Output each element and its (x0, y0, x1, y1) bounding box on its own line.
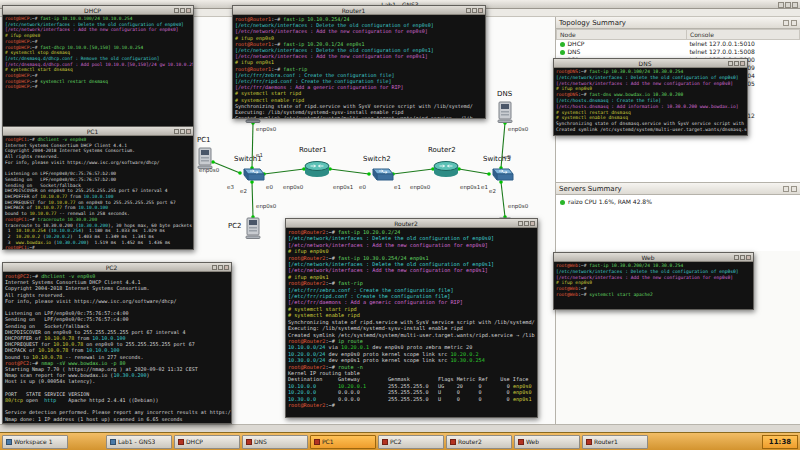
minimize-button[interactable] (778, 2, 784, 8)
taskbar-task-pc2[interactable]: PC2 (378, 435, 444, 449)
close-panel-icon[interactable] (791, 20, 797, 26)
terminal-titlebar[interactable]: Web (554, 253, 753, 262)
taskbar-task-pc1[interactable]: PC1 (310, 435, 376, 449)
topology-row-dhcp[interactable]: DHCPtelnet 127.0.0.1:5010 (557, 40, 800, 48)
taskbar: Workspace 1 Lab1 - GNS3DHCPDNSPC1PC2Rout… (0, 432, 800, 450)
minimize-button[interactable] (734, 255, 739, 260)
minimize-button[interactable] (174, 8, 179, 13)
topology-summary-title: Topology Summary (559, 19, 626, 27)
task-label: PC2 (390, 438, 402, 445)
workspace-button[interactable]: Workspace 1 (2, 435, 68, 449)
column-header-node[interactable]: Node (557, 30, 687, 40)
taskbar-task-router2[interactable]: Router2 (446, 435, 512, 449)
terminal-app-icon (586, 439, 592, 445)
window-buttons (734, 255, 751, 260)
float-panel-icon[interactable] (783, 20, 789, 26)
maximize-button[interactable] (734, 61, 739, 66)
terminal-window-pc2[interactable]: PC2root@PC2:~# dhclient -v enp0s0Interne… (2, 262, 232, 424)
close-button[interactable] (740, 61, 745, 66)
gns3-app-icon (110, 439, 116, 445)
workspace-icon (6, 439, 12, 445)
column-header-console[interactable]: Console (687, 30, 800, 40)
window-buttons (174, 8, 191, 13)
topology-console-cell: telnet 127.0.0.1:5010 (687, 40, 800, 48)
servers-summary-header[interactable]: Servers Summary (556, 183, 800, 195)
topology-console-cell: telnet 127.0.0.1:5008 (687, 48, 800, 56)
close-button[interactable] (530, 221, 535, 226)
window-buttons (728, 61, 745, 66)
maximize-button[interactable] (524, 221, 529, 226)
minimize-button[interactable] (728, 61, 733, 66)
window-buttons (518, 221, 535, 226)
terminal-app-icon (314, 439, 320, 445)
maximize-button[interactable] (785, 2, 791, 8)
terminal-title: DHCP (6, 7, 179, 14)
terminal-output[interactable]: root@DHCP:~# fast-ip 10.10.0.100/24 10.1… (3, 15, 193, 126)
close-button[interactable] (186, 129, 191, 134)
float-panel-icon[interactable] (783, 186, 789, 192)
terminal-window-pc1[interactable]: PC1root@PC1:~# dhclient -v enp0s0Interne… (2, 126, 194, 250)
window-buttons (778, 2, 798, 8)
close-button[interactable] (478, 8, 483, 13)
terminal-app-icon (518, 439, 524, 445)
task-label: Web (526, 438, 539, 445)
close-panel-icon[interactable] (791, 186, 797, 192)
terminal-output[interactable]: root@DNS:~# fast-ip 10.30.0.100/24 10.30… (554, 68, 747, 135)
close-button[interactable] (224, 265, 229, 270)
close-button[interactable] (746, 255, 751, 260)
taskbar-task-lab1-gns3[interactable]: Lab1 - GNS3 (106, 435, 172, 449)
taskbar-task-dhcp[interactable]: DHCP (174, 435, 240, 449)
terminal-output[interactable]: root@Router2:~# fast-ip 10.20.0.2/24[/et… (286, 228, 537, 417)
maximize-button[interactable] (218, 265, 223, 270)
terminal-output[interactable]: root@PC2:~# dhclient -v enp0s0Internet S… (3, 272, 231, 423)
minimize-button[interactable] (466, 8, 471, 13)
window-buttons (174, 129, 191, 134)
taskbar-task-dns[interactable]: DNS (242, 435, 308, 449)
terminal-app-icon (450, 439, 456, 445)
terminal-title: PC1 (6, 128, 179, 135)
terminal-title: Router1 (236, 7, 471, 14)
terminal-titlebar[interactable]: DHCP (3, 6, 193, 15)
gns3-statusbar (0, 424, 800, 432)
desktop: Lab1 - GNS3 Topology Summary (0, 0, 800, 450)
server-row[interactable]: raizo CPU 1.6%, RAM 42.8% (556, 195, 800, 208)
panel-buttons (783, 186, 797, 192)
terminal-window-router1[interactable]: Router1root@Router1:~# fast-ip 10.10.0.2… (232, 5, 486, 119)
taskbar-task-web[interactable]: Web (514, 435, 580, 449)
terminal-window-dns[interactable]: DNSroot@DNS:~# fast-ip 10.30.0.100/24 10… (553, 58, 748, 136)
terminal-window-dhcp[interactable]: DHCProot@DHCP:~# fast-ip 10.10.0.100/24 … (2, 5, 194, 127)
terminal-output[interactable]: root@Web:~# fast-ip 10.30.0.200/24 10.30… (554, 262, 753, 309)
maximize-button[interactable] (180, 8, 185, 13)
topology-summary-header[interactable]: Topology Summary (556, 17, 800, 29)
minimize-button[interactable] (174, 129, 179, 134)
taskbar-task-router1[interactable]: Router1 (582, 435, 648, 449)
terminal-window-web[interactable]: Webroot@Web:~# fast-ip 10.30.0.200/24 10… (553, 252, 754, 310)
maximize-button[interactable] (472, 8, 477, 13)
terminal-window-router2[interactable]: Router2root@Router2:~# fast-ip 10.20.0.2… (285, 218, 538, 418)
minimize-button[interactable] (518, 221, 523, 226)
terminal-titlebar[interactable]: Router2 (286, 219, 537, 228)
task-label: Router2 (458, 438, 482, 445)
terminal-title: PC2 (6, 264, 217, 271)
terminal-title: Web (557, 254, 739, 261)
terminal-output[interactable]: root@PC1:~# dhclient -v enp0s0Internet S… (3, 136, 193, 249)
servers-summary-title: Servers Summary (559, 185, 622, 193)
terminal-app-icon (178, 439, 184, 445)
window-buttons (466, 8, 483, 13)
topology-node-cell: DNS (557, 48, 687, 56)
terminal-titlebar[interactable]: PC1 (3, 127, 193, 136)
terminal-titlebar[interactable]: Router1 (233, 6, 485, 15)
minimize-button[interactable] (212, 265, 217, 270)
taskbar-clock: 11:38 (762, 435, 798, 449)
close-button[interactable] (186, 8, 191, 13)
maximize-button[interactable] (740, 255, 745, 260)
close-button[interactable] (792, 2, 798, 8)
terminal-titlebar[interactable]: DNS (554, 59, 747, 68)
terminal-output[interactable]: root@Router1:~# fast-ip 10.10.0.254/24[/… (233, 15, 485, 118)
window-buttons (212, 265, 229, 270)
terminal-titlebar[interactable]: PC2 (3, 263, 231, 272)
task-label: DNS (254, 438, 267, 445)
status-up-icon (560, 200, 565, 205)
topology-row-dns[interactable]: DNStelnet 127.0.0.1:5008 (557, 48, 800, 56)
maximize-button[interactable] (180, 129, 185, 134)
